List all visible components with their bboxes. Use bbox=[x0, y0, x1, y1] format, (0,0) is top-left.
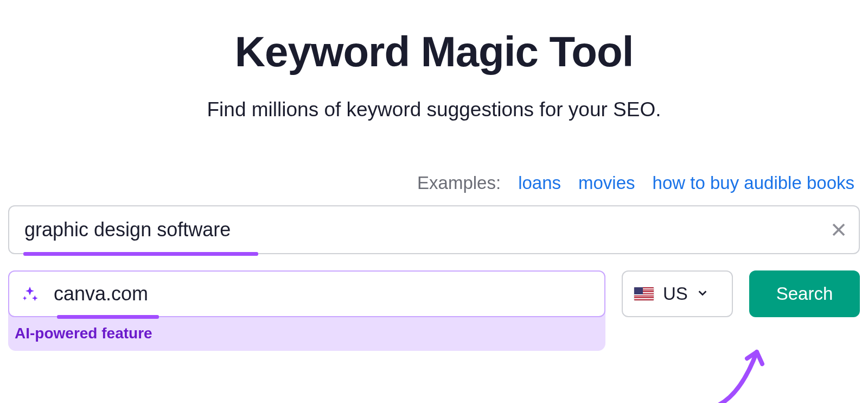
domain-input-wrap bbox=[8, 270, 605, 317]
country-code-label: US bbox=[663, 284, 688, 304]
annotation-highlight-keyword bbox=[23, 252, 258, 256]
ai-domain-box: AI-powered feature bbox=[8, 270, 605, 351]
examples-row: Examples: loans movies how to buy audibl… bbox=[417, 173, 854, 193]
sparkle-icon bbox=[21, 285, 39, 303]
example-link-loans[interactable]: loans bbox=[518, 173, 561, 193]
page-title: Keyword Magic Tool bbox=[235, 27, 634, 77]
clear-keyword-button[interactable] bbox=[831, 222, 847, 238]
examples-label: Examples: bbox=[417, 173, 501, 193]
annotation-arrow bbox=[708, 336, 773, 403]
search-controls-row: AI-powered feature US Search bbox=[8, 270, 860, 351]
example-link-how-to-buy-audible-books[interactable]: how to buy audible books bbox=[653, 173, 854, 193]
chevron-down-icon bbox=[697, 287, 709, 301]
close-icon bbox=[831, 222, 847, 238]
search-button[interactable]: Search bbox=[749, 270, 860, 317]
ai-feature-label: AI-powered feature bbox=[8, 317, 605, 344]
annotation-highlight-domain bbox=[57, 315, 159, 319]
example-link-movies[interactable]: movies bbox=[578, 173, 635, 193]
keyword-input[interactable] bbox=[8, 205, 860, 254]
page-subtitle: Find millions of keyword suggestions for… bbox=[207, 98, 661, 121]
keyword-input-group bbox=[8, 205, 860, 254]
country-select[interactable]: US bbox=[622, 270, 733, 317]
us-flag-icon bbox=[634, 287, 654, 301]
domain-input[interactable] bbox=[54, 282, 592, 305]
